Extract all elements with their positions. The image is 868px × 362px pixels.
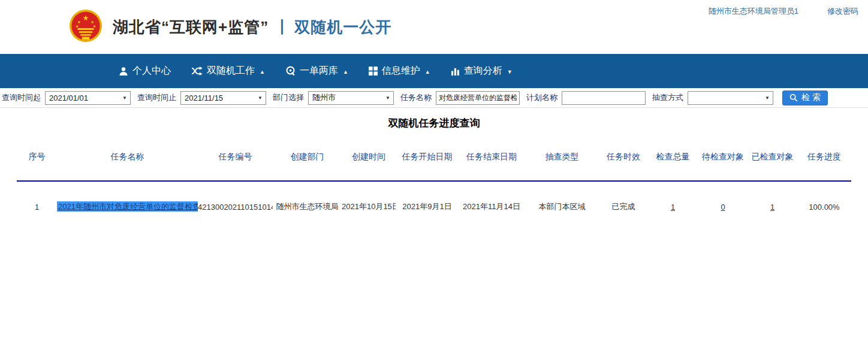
change-password-link[interactable]: 修改密码 [827,6,858,17]
grid-icon [369,67,378,76]
task-progress-table: 序号 任务名称 任务编号 创建部门 创建时间 任务开始日期 任务结束日期 抽查类… [17,152,851,212]
page-title: 双随机任务进度查询 [0,116,868,130]
nav-item-one-list-two-bases[interactable]: 一单两库 ▲ [285,65,348,77]
check-method-select[interactable]: ▼ [688,91,773,105]
pin-icon [285,66,296,76]
nav-item-personal-center[interactable]: 个人中心 [119,65,171,77]
col-header-seq: 序号 [17,152,57,181]
cell-created: 2021年10月15日 [342,181,396,212]
chevron-up-icon: ▲ [425,69,430,75]
department-label: 部门选择 [273,92,304,103]
chevron-down-icon: ▼ [507,69,513,75]
svg-text:★: ★ [76,24,79,28]
search-icon [789,93,798,102]
query-end-label: 查询时间止 [137,92,176,103]
pending-count-link[interactable]: 0 [721,203,725,212]
nav-item-double-random-work[interactable]: 双随机工作 ▲ [191,65,265,77]
cell-checked: 1 [748,181,797,212]
plan-name-input[interactable] [562,91,646,105]
cell-total: 1 [647,181,698,212]
cell-pending: 0 [698,181,748,212]
col-header-task-no: 任务编号 [198,152,273,181]
nav-label: 查询分析 [464,65,502,77]
cell-seq: 1 [17,181,57,212]
chevron-up-icon: ▲ [343,69,348,75]
search-button[interactable]: 检 索 [782,90,828,105]
col-header-progress: 任务进度 [797,152,851,181]
title-divider: 丨 [275,18,291,36]
svg-text:★: ★ [93,24,97,28]
col-header-total: 检查总量 [647,152,698,181]
cell-dept: 随州市生态环境局 [273,181,342,212]
task-name-label: 任务名称 [400,92,432,103]
col-header-start-date: 任务开始日期 [396,152,459,181]
query-end-date-select[interactable]: 2021/11/15 ▼ [180,91,266,105]
table-header-row: 序号 任务名称 任务编号 创建部门 创建时间 任务开始日期 任务结束日期 抽查类… [17,152,851,181]
col-header-created: 创建时间 [342,152,396,181]
total-count-link[interactable]: 1 [671,203,675,212]
site-title-sub: 双随机一公开 [294,18,391,36]
cell-task-name: 2021年随州市对危废经营单位的监督检查 [57,181,198,212]
table-row: 1 2021年随州市对危废经营单位的监督检查 42130020211015101… [17,181,851,212]
dropdown-arrow-icon: ▼ [765,95,770,101]
query-start-date-value: 2021/01/01 [49,93,88,102]
current-user-link[interactable]: 随州市生态环境局管理员1 [709,6,798,17]
nav-item-query-analysis[interactable]: 查询分析 ▼ [451,65,513,77]
plan-name-label: 计划名称 [526,92,557,103]
col-header-task-name: 任务名称 [57,152,198,181]
col-header-end-date: 任务结束日期 [459,152,525,181]
nav-label: 个人中心 [132,65,171,77]
cell-end-date: 2021年11月14日 [459,181,525,212]
nav-item-info-maintenance[interactable]: 信息维护 ▲ [369,65,430,77]
user-icon [119,67,128,76]
dropdown-arrow-icon: ▼ [385,95,390,101]
cell-task-no: 421300202110151014 [198,181,273,212]
chevron-up-icon: ▲ [260,69,265,75]
task-name-input[interactable] [436,91,520,105]
check-method-label: 抽查方式 [652,92,683,103]
site-title: 湖北省“互联网+监管”丨双随机一公开 [113,17,391,38]
col-header-check-type: 抽查类型 [525,152,599,181]
col-header-dept: 创建部门 [273,152,342,181]
query-end-date-value: 2021/11/15 [185,93,223,102]
department-value: 随州市 [312,92,336,103]
nav-label: 一单两库 [300,65,338,77]
dropdown-arrow-icon: ▼ [122,95,127,101]
bar-chart-icon [451,67,460,76]
department-select[interactable]: 随州市 ▼ [308,91,394,105]
cell-status: 已完成 [599,181,647,212]
query-start-date-select[interactable]: 2021/01/01 ▼ [45,91,131,105]
nav-label: 信息维护 [382,65,420,77]
query-start-label: 查询时间起 [2,92,41,103]
checked-count-link[interactable]: 1 [770,203,774,212]
national-emblem-logo: ★ ★ ★ ★ ★ [68,8,103,46]
cell-check-type: 本部门本区域 [525,181,599,212]
cell-start-date: 2021年9月1日 [396,181,459,212]
filter-bar: 查询时间起 2021/01/01 ▼ 查询时间止 2021/11/15 ▼ 部门… [0,88,868,108]
user-bar: 随州市生态环境局管理员1 修改密码 [709,6,858,17]
search-button-label: 检 索 [801,92,821,103]
col-header-pending: 待检查对象 [698,152,748,181]
main-nav: 个人中心 双随机工作 ▲ 一单两库 ▲ 信息维护 ▲ 查询分析 ▼ [0,54,868,88]
site-title-main: 湖北省“互联网+监管” [113,18,269,36]
cell-progress: 100.00% [797,181,851,212]
task-name-link[interactable]: 2021年随州市对危废经营单位的监督检查 [57,201,198,212]
nav-label: 双随机工作 [207,65,255,77]
dropdown-arrow-icon: ▼ [258,95,263,101]
col-header-checked: 已检查对象 [748,152,797,181]
svg-text:★: ★ [83,14,89,22]
shuffle-icon [191,67,203,76]
col-header-status: 任务时效 [599,152,647,181]
